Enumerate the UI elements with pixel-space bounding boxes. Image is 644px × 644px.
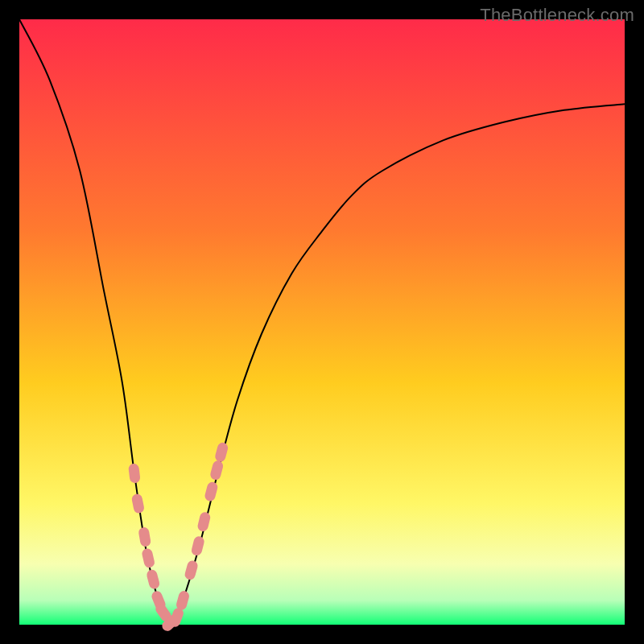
curve-marker <box>209 460 225 481</box>
curve-marker <box>146 568 161 589</box>
chart-frame: TheBottleneck.com <box>0 0 644 644</box>
curve-marker <box>204 481 219 502</box>
curve-marker <box>191 535 205 556</box>
curve-marker <box>196 511 211 532</box>
curve-marker <box>128 463 141 483</box>
watermark-label: TheBottleneck.com <box>480 5 634 26</box>
curve-marker <box>141 547 155 568</box>
chart-svg-layer <box>19 19 625 625</box>
curve-marker <box>175 590 191 612</box>
curve-marker <box>138 526 151 547</box>
chart-plot-area <box>19 19 625 625</box>
curve-marker <box>184 559 199 581</box>
bottleneck-curve <box>19 19 625 625</box>
curve-marker <box>131 493 145 514</box>
curve-marker <box>214 441 229 463</box>
